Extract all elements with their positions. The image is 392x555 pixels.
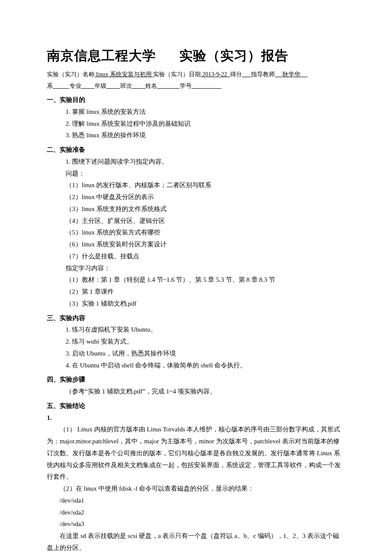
list-item: 3. 启动 Ubuntu，试用，熟悉其操作环境 <box>66 348 345 360</box>
label-teacher: 指导教师 <box>251 71 275 78</box>
label-name: 姓名 <box>145 83 157 89</box>
list-item: 指定学习内容： <box>66 263 345 275</box>
section-1-head: 一、实验目的 <box>47 94 345 106</box>
dev-line: /dev/sda3 <box>60 518 345 530</box>
label-dept: 系 <box>47 83 53 89</box>
dev-line: /dev/sda2 <box>60 507 345 519</box>
list-item: （2）linux 中硬盘及分区的表示 <box>66 191 345 203</box>
label-class: 班次 <box>120 83 132 89</box>
label-id: 学号 <box>180 83 192 89</box>
list-item: （6）linux 系统安装时分区方案设计 <box>66 239 345 251</box>
list-item: （7）什么是挂载、挂载点 <box>66 251 345 263</box>
answer-paragraph: （2）在 linux 中使用 fdisk -l 命令可以查看磁盘的分区，显示的结… <box>47 483 345 495</box>
list-item: 问题： <box>66 168 345 180</box>
title-report: 实验（实习）报告 <box>179 47 288 65</box>
list-item: （参考“实验 1 辅助文档.pdf”，完成 1~4 项实验内容。 <box>66 386 345 398</box>
list-item: （3）实验 1 辅助文档.pdf <box>66 298 345 310</box>
meta-line-1: 实验（实习）名称 linux 系统安装与初用 实验（实习）日期 2013-9-2… <box>47 69 345 81</box>
answer-paragraph: （1） Linux 内核的官方版本由 Linus Torvalds 本人维护，核… <box>47 424 345 483</box>
list-item: 1. 练习在虚拟机下安装 Ubuntu。 <box>66 324 345 336</box>
page-title: 南京信息工程大学 实验（实习）报告 <box>47 47 345 65</box>
field-grade <box>107 83 120 89</box>
label-major: 专业 <box>69 83 81 89</box>
section-5-head: 五、实验结论 <box>47 400 345 412</box>
field-teacher: 耿学华 <box>275 71 308 78</box>
section-2-head: 二、实验准备 <box>47 144 345 156</box>
list-item: （5）linux 系统的安装方式有哪些 <box>66 227 345 239</box>
list-item: 1. 围绕下述问题阅读学习指定内容。 <box>66 156 345 168</box>
list-item: 3. 熟悉 linux 系统的操作环境 <box>66 130 345 142</box>
field-id <box>192 83 222 89</box>
list-item: 1. 掌握 linux 系统的安装方法 <box>66 106 345 118</box>
answer-lead: 1. <box>47 412 345 424</box>
dev-line: /dev/sda1 <box>60 495 345 507</box>
field-major <box>81 83 95 89</box>
section-4-head: 四、实验步骤 <box>47 374 345 386</box>
list-item: （2）第 1 章课件 <box>66 286 345 298</box>
list-item: 2. 理解 linux 系统安装过程中涉及的基础知识 <box>66 118 345 130</box>
field-score <box>242 71 251 78</box>
label-exp-name: 实验（实习）名称 <box>47 71 95 78</box>
field-exp-date: 2013-9-22 <box>201 71 230 78</box>
document-page: 南京信息工程大学 实验（实习）报告 实验（实习）名称 linux 系统安装与初用… <box>0 0 392 555</box>
list-item: （1）教材：第 1 章（特别是 1.4 节~1.6 节）、第 5 章 5.3 节… <box>66 274 345 286</box>
list-item: 2. 练习 wubi 安装方式。 <box>66 336 345 348</box>
meta-line-2: 系 专业 年级 班次 姓名 学号 <box>47 81 345 92</box>
answer-paragraph: 在这里 sd 表示挂载的是 scsi 硬盘，a 表示只有一个盘（盘符以 a、b、… <box>47 530 345 554</box>
list-item: 4. 在 Ubuntu 中启动 shell 命令终端，体验简单的 shell 命… <box>66 360 345 372</box>
title-university: 南京信息工程大学 <box>47 47 156 65</box>
list-item: （3）linux 系统支持的文件系统格式 <box>66 203 345 215</box>
section-3-head: 三、实验内容 <box>47 312 345 324</box>
field-exp-name: linux 系统安装与初用 <box>95 71 153 78</box>
field-name <box>157 83 180 89</box>
list-item: （4）主分区、扩展分区、逻辑分区 <box>66 215 345 227</box>
label-score: 得分 <box>230 71 242 78</box>
field-class <box>132 83 146 89</box>
field-dept <box>53 83 69 89</box>
label-grade: 年级 <box>95 83 107 89</box>
label-exp-date: 实验（实习）日期 <box>153 71 201 78</box>
list-item: （1）linux 的发行版本、内核版本；二者区别与联系 <box>66 179 345 191</box>
